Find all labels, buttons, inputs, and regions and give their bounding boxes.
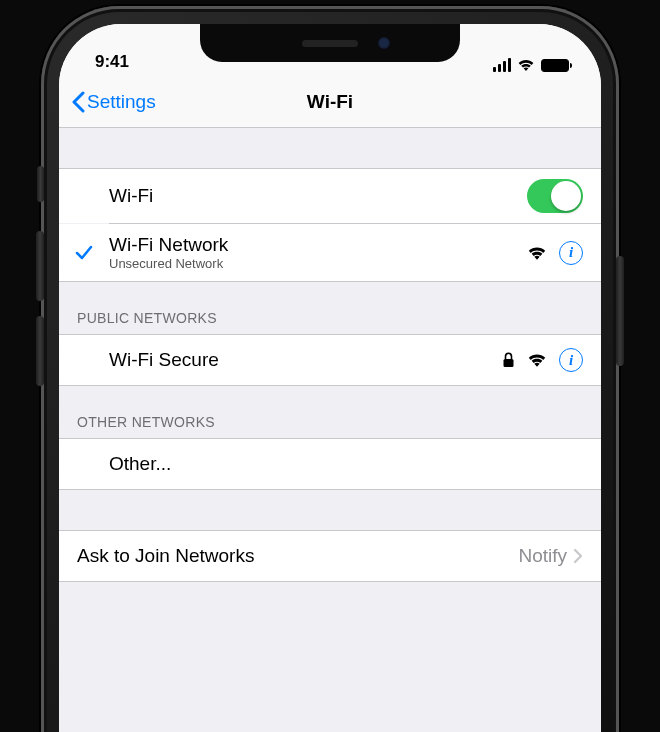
wifi-toggle[interactable] [527, 179, 583, 213]
volume-down-button [36, 316, 44, 386]
chevron-right-icon [573, 548, 583, 564]
back-label: Settings [87, 91, 156, 113]
wifi-toggle-row: Wi-Fi [59, 168, 601, 223]
back-button[interactable]: Settings [71, 91, 156, 113]
notch [200, 24, 460, 62]
power-button [616, 256, 624, 366]
content: Wi-Fi Wi-Fi Network Unsecured Network i [59, 128, 601, 582]
wifi-toggle-label: Wi-Fi [109, 185, 527, 207]
speaker [302, 40, 358, 47]
network-info-button[interactable]: i [559, 348, 583, 372]
wifi-signal-icon [517, 58, 535, 72]
mute-switch [37, 166, 44, 202]
checkmark-icon [75, 244, 93, 262]
ask-to-join-row[interactable]: Ask to Join Networks Notify [59, 530, 601, 582]
navigation-bar: Settings Wi-Fi [59, 76, 601, 128]
wifi-strength-icon [527, 245, 547, 261]
lock-icon [502, 352, 515, 368]
svg-rect-0 [504, 359, 514, 367]
network-info-button[interactable]: i [559, 241, 583, 265]
ask-to-join-value: Notify [518, 545, 567, 567]
connected-network-subtitle: Unsecured Network [109, 256, 527, 271]
wifi-strength-icon [527, 352, 547, 368]
other-network-row[interactable]: Other... [59, 438, 601, 490]
volume-up-button [36, 231, 44, 301]
public-networks-header: PUBLIC NETWORKS [59, 282, 601, 334]
battery-icon [541, 59, 569, 72]
chevron-left-icon [71, 91, 85, 113]
status-icons [493, 58, 570, 72]
status-time: 9:41 [95, 52, 129, 72]
other-networks-header: OTHER NETWORKS [59, 386, 601, 438]
other-network-label: Other... [109, 453, 583, 475]
connected-network-name: Wi-Fi Network [109, 234, 527, 256]
front-camera [378, 37, 390, 49]
ask-to-join-label: Ask to Join Networks [77, 545, 518, 567]
cellular-signal-icon [493, 58, 512, 72]
connected-network-row[interactable]: Wi-Fi Network Unsecured Network i [59, 224, 601, 282]
screen: 9:41 Settings Wi-Fi [59, 24, 601, 732]
public-network-row[interactable]: Wi-Fi Secure i [59, 334, 601, 386]
public-network-name: Wi-Fi Secure [109, 349, 502, 371]
phone-frame: 9:41 Settings Wi-Fi [41, 6, 619, 732]
